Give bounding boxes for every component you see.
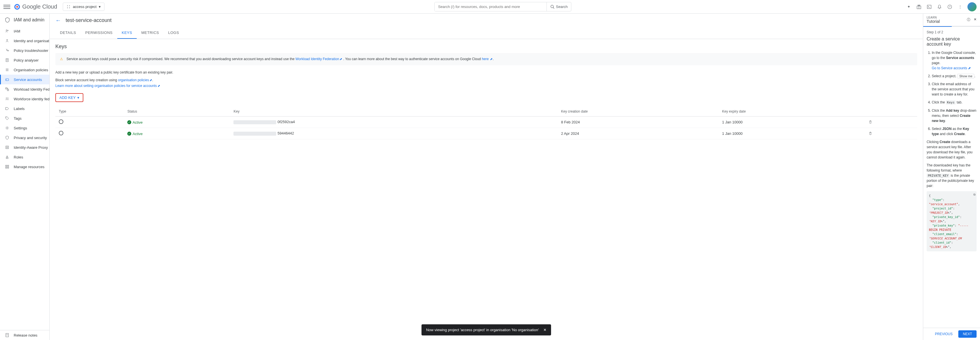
user-avatar[interactable] <box>967 2 977 11</box>
sidebar-item-manage-resources[interactable]: Manage resources <box>0 162 49 172</box>
gear-icon <box>5 125 10 131</box>
main-content: ← test-service-account DETAILSPERMISSION… <box>50 14 923 340</box>
svg-point-3 <box>67 5 68 6</box>
gemini-icon[interactable]: ✦ <box>906 4 912 10</box>
external-link-icon: ⬈ <box>968 66 971 70</box>
sidebar-item-labels[interactable]: Labels <box>0 104 49 114</box>
sidebar-item-identity-aware-proxy[interactable]: Identity-Aware Proxy <box>0 142 49 152</box>
cloud-shell-icon[interactable] <box>926 4 932 10</box>
gift-icon[interactable] <box>916 4 922 10</box>
tab-logs[interactable]: LOGS <box>164 27 183 39</box>
keys-table: TypeStatusKeyKey creation dateKey expiry… <box>56 107 917 139</box>
project-name: access project <box>73 5 97 9</box>
svg-point-30 <box>6 98 7 99</box>
toast-close-icon[interactable]: ✕ <box>543 328 547 332</box>
more-icon[interactable]: ⋮ <box>957 4 963 10</box>
sidebar: IAM and admin IAMIdentity and organisati… <box>0 14 50 340</box>
tutorial-panel: LEARN Tutorial ⓘ ✕ Step 1 of 2 Create a … <box>923 14 980 340</box>
sidebar-item-policy-analyser[interactable]: Policy analyser <box>0 55 49 65</box>
helper-text: Block service account key creation using… <box>56 77 917 89</box>
previous-button[interactable]: PREVIOUS <box>931 330 956 338</box>
table-row: ✓Active 0f2592ca4 8 Feb 2024 1 Jan 10000 <box>56 116 917 128</box>
show-me-button[interactable]: Show me <box>957 74 974 78</box>
key-type-icon <box>59 119 64 124</box>
learn-more-org-policies-link[interactable]: Learn more about setting organisation po… <box>56 84 160 88</box>
status-badge: ✓Active <box>127 120 142 125</box>
tab-permissions[interactable]: PERMISSIONS <box>81 27 117 39</box>
info-icon[interactable]: ⓘ <box>967 17 970 22</box>
notes-icon <box>5 332 10 338</box>
next-button[interactable]: NEXT <box>958 330 977 338</box>
sidebar-item-organisation-policies[interactable]: Organisation policies <box>0 65 49 75</box>
table-header: Key creation date <box>558 107 719 117</box>
sidebar-item-identity-and-organisation[interactable]: Identity and organisation <box>0 36 49 46</box>
sidebar-item-label: IAM <box>14 29 20 33</box>
table-header <box>865 107 917 117</box>
sidebar-item-label: Identity and organisation <box>14 39 49 43</box>
external-link-icon: ⬈ <box>340 57 342 61</box>
doc-icon <box>5 58 10 63</box>
sidebar-item-tags[interactable]: Tags <box>0 114 49 123</box>
sidebar-item-settings[interactable]: Settings <box>0 123 49 133</box>
tutorial-step: Click the Add key drop-down menu, then s… <box>932 108 977 123</box>
search-box: Search <box>434 2 571 11</box>
external-link-icon: ⬈ <box>150 78 152 82</box>
sidebar-item-label: Privacy and security <box>14 136 47 140</box>
workload-identity-link[interactable]: Workload Identity Federation⬈ <box>295 57 342 61</box>
tab-details[interactable]: DETAILS <box>56 27 81 39</box>
tab-metrics[interactable]: METRICS <box>137 27 164 39</box>
learn-more-here-link[interactable]: here ⬈ <box>482 57 493 61</box>
search-button[interactable]: Search <box>547 2 571 11</box>
search-input[interactable] <box>434 2 547 11</box>
toast-notification: Now viewing project 'access project' in … <box>422 324 551 335</box>
svg-point-25 <box>6 79 6 80</box>
sidebar-item-label: Tags <box>14 116 21 120</box>
people-icon <box>5 28 10 34</box>
sidebar-item-label: Policy troubleshooter <box>14 49 48 53</box>
roles-icon <box>5 155 10 160</box>
tutorial-heading: Create a service account key <box>927 36 977 47</box>
hamburger-menu-icon[interactable] <box>3 3 10 10</box>
svg-point-33 <box>6 127 8 128</box>
add-key-button[interactable]: ADD KEY ▾ <box>56 93 83 102</box>
key-expires: 1 Jan 10000 <box>719 128 865 139</box>
sidebar-item-workforce-identity-federat-[interactable]: Workforce identity federat... <box>0 94 49 104</box>
sidebar-header: IAM and admin <box>0 14 49 26</box>
table-header: Type <box>56 107 124 117</box>
org-policies-link[interactable]: organisation policies⬈ <box>118 78 152 82</box>
step-counter: Step 1 of 2 <box>927 30 977 34</box>
logo[interactable]: Google Cloud <box>14 3 57 10</box>
tutorial-title: Tutorial <box>927 19 940 24</box>
svg-point-16 <box>8 30 8 31</box>
sidebar-item-workload-identity-federa-[interactable]: Workload Identity Federa... <box>0 84 49 94</box>
svg-rect-37 <box>6 157 8 158</box>
sidebar-item-privacy-and-security[interactable]: Privacy and security <box>0 133 49 142</box>
copy-icon[interactable]: ⧉ <box>974 192 975 197</box>
svg-rect-34 <box>6 146 8 149</box>
sidebar-item-policy-troubleshooter[interactable]: Policy troubleshooter <box>0 46 49 55</box>
sidebar-item-label: Manage resources <box>14 165 45 169</box>
project-icon <box>67 5 70 9</box>
delete-key-icon[interactable] <box>869 120 914 124</box>
back-arrow-icon[interactable]: ← <box>56 17 61 24</box>
svg-rect-24 <box>6 79 9 81</box>
svg-line-8 <box>553 8 554 9</box>
logo-text: Google Cloud <box>22 3 57 10</box>
project-picker[interactable]: access project ▾ <box>63 3 105 11</box>
go-to-service-accounts-link[interactable]: Go to Service accounts ⬈ <box>932 66 971 70</box>
tutorial-step: Click the email address of the service a… <box>932 82 977 97</box>
delete-key-icon[interactable] <box>869 131 914 135</box>
tutorial-step: Select JSON as the Key type and click Cr… <box>932 126 977 136</box>
workload-icon <box>5 87 10 92</box>
sidebar-item-iam[interactable]: IAM <box>0 26 49 36</box>
notifications-icon[interactable] <box>937 4 942 10</box>
close-icon[interactable]: ✕ <box>974 17 977 22</box>
sidebar-item-service-accounts[interactable]: Service accounts <box>0 75 49 84</box>
tab-keys[interactable]: KEYS <box>117 27 137 39</box>
sidebar-item-roles[interactable]: Roles <box>0 152 49 162</box>
sidebar-item-release-notes[interactable]: Release notes <box>0 330 49 340</box>
key-type-icon <box>59 131 64 135</box>
sidebar-item-label: Service accounts <box>14 77 42 82</box>
svg-point-35 <box>6 147 8 148</box>
help-icon[interactable]: ? <box>947 4 953 10</box>
